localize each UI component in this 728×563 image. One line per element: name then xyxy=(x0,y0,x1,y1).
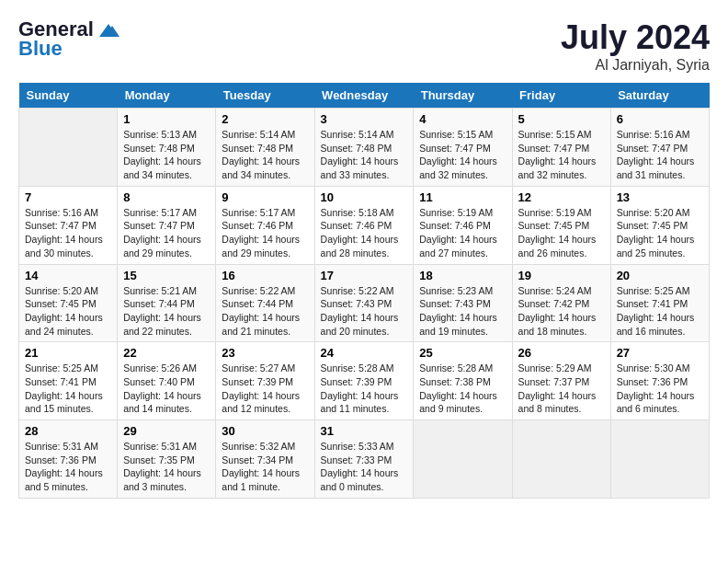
calendar-cell: 12Sunrise: 5:19 AM Sunset: 7:45 PM Dayli… xyxy=(512,186,610,264)
day-number: 30 xyxy=(222,424,308,438)
calendar-week-row: 1Sunrise: 5:13 AM Sunset: 7:48 PM Daylig… xyxy=(19,109,710,187)
col-header-sunday: Sunday xyxy=(19,83,118,109)
calendar-cell: 6Sunrise: 5:16 AM Sunset: 7:47 PM Daylig… xyxy=(610,109,709,187)
day-info: Sunrise: 5:17 AM Sunset: 7:47 PM Dayligh… xyxy=(123,206,210,260)
day-number: 19 xyxy=(518,269,605,282)
col-header-saturday: Saturday xyxy=(610,83,709,109)
day-info: Sunrise: 5:31 AM Sunset: 7:35 PM Dayligh… xyxy=(123,440,210,494)
day-info: Sunrise: 5:14 AM Sunset: 7:48 PM Dayligh… xyxy=(222,128,308,182)
day-info: Sunrise: 5:31 AM Sunset: 7:36 PM Dayligh… xyxy=(25,440,111,494)
calendar-cell: 10Sunrise: 5:18 AM Sunset: 7:46 PM Dayli… xyxy=(314,186,414,264)
calendar-cell xyxy=(512,420,610,499)
month-year: July 2024 xyxy=(561,18,710,57)
calendar-cell: 29Sunrise: 5:31 AM Sunset: 7:35 PM Dayli… xyxy=(118,420,216,499)
col-header-tuesday: Tuesday xyxy=(216,83,314,109)
logo: General Blue xyxy=(18,18,123,61)
day-number: 27 xyxy=(617,346,703,360)
day-number: 31 xyxy=(321,424,408,438)
day-info: Sunrise: 5:19 AM Sunset: 7:46 PM Dayligh… xyxy=(419,206,506,260)
day-info: Sunrise: 5:28 AM Sunset: 7:38 PM Dayligh… xyxy=(419,362,506,416)
calendar-header-row: SundayMondayTuesdayWednesdayThursdayFrid… xyxy=(19,83,710,109)
day-number: 2 xyxy=(222,112,308,126)
day-info: Sunrise: 5:20 AM Sunset: 7:45 PM Dayligh… xyxy=(617,206,703,260)
day-number: 24 xyxy=(321,346,408,360)
col-header-monday: Monday xyxy=(118,83,216,109)
calendar-cell: 18Sunrise: 5:23 AM Sunset: 7:43 PM Dayli… xyxy=(414,264,512,342)
day-info: Sunrise: 5:25 AM Sunset: 7:41 PM Dayligh… xyxy=(25,362,111,416)
calendar-cell: 27Sunrise: 5:30 AM Sunset: 7:36 PM Dayli… xyxy=(610,342,709,420)
day-number: 22 xyxy=(123,346,210,360)
calendar-cell: 31Sunrise: 5:33 AM Sunset: 7:33 PM Dayli… xyxy=(314,420,414,499)
day-info: Sunrise: 5:15 AM Sunset: 7:47 PM Dayligh… xyxy=(419,128,506,182)
day-info: Sunrise: 5:21 AM Sunset: 7:44 PM Dayligh… xyxy=(123,284,210,339)
day-number: 10 xyxy=(321,190,408,204)
calendar-cell: 17Sunrise: 5:22 AM Sunset: 7:43 PM Dayli… xyxy=(314,264,414,342)
day-number: 16 xyxy=(222,269,308,282)
col-header-thursday: Thursday xyxy=(414,83,512,109)
calendar-cell: 4Sunrise: 5:15 AM Sunset: 7:47 PM Daylig… xyxy=(414,109,512,187)
calendar-cell: 14Sunrise: 5:20 AM Sunset: 7:45 PM Dayli… xyxy=(19,264,118,342)
calendar-cell: 30Sunrise: 5:32 AM Sunset: 7:34 PM Dayli… xyxy=(216,420,314,499)
day-number: 23 xyxy=(222,346,308,360)
calendar-cell: 13Sunrise: 5:20 AM Sunset: 7:45 PM Dayli… xyxy=(610,186,709,264)
day-info: Sunrise: 5:30 AM Sunset: 7:36 PM Dayligh… xyxy=(617,362,703,416)
day-number: 25 xyxy=(419,346,506,360)
calendar-cell: 28Sunrise: 5:31 AM Sunset: 7:36 PM Dayli… xyxy=(19,420,118,499)
calendar-cell: 15Sunrise: 5:21 AM Sunset: 7:44 PM Dayli… xyxy=(118,264,216,342)
day-number: 8 xyxy=(123,190,210,204)
day-number: 11 xyxy=(419,190,506,204)
day-info: Sunrise: 5:15 AM Sunset: 7:47 PM Dayligh… xyxy=(518,128,605,182)
day-info: Sunrise: 5:22 AM Sunset: 7:43 PM Dayligh… xyxy=(321,284,408,339)
calendar-cell: 20Sunrise: 5:25 AM Sunset: 7:41 PM Dayli… xyxy=(610,264,709,342)
calendar-cell: 21Sunrise: 5:25 AM Sunset: 7:41 PM Dayli… xyxy=(19,342,118,420)
day-info: Sunrise: 5:16 AM Sunset: 7:47 PM Dayligh… xyxy=(25,206,111,260)
day-info: Sunrise: 5:27 AM Sunset: 7:39 PM Dayligh… xyxy=(222,362,308,416)
day-number: 7 xyxy=(25,190,111,204)
day-info: Sunrise: 5:24 AM Sunset: 7:42 PM Dayligh… xyxy=(518,284,605,339)
day-number: 26 xyxy=(518,346,605,360)
day-number: 3 xyxy=(321,112,408,126)
logo-icon xyxy=(96,20,121,40)
day-number: 4 xyxy=(419,112,506,126)
calendar-cell: 24Sunrise: 5:28 AM Sunset: 7:39 PM Dayli… xyxy=(314,342,414,420)
calendar-week-row: 28Sunrise: 5:31 AM Sunset: 7:36 PM Dayli… xyxy=(19,420,710,499)
page-header: General Blue July 2024 Al Jarniyah, Syri… xyxy=(18,18,710,74)
day-number: 21 xyxy=(25,346,111,360)
day-number: 13 xyxy=(617,190,703,204)
day-number: 5 xyxy=(518,112,605,126)
day-info: Sunrise: 5:20 AM Sunset: 7:45 PM Dayligh… xyxy=(25,284,111,339)
day-number: 9 xyxy=(222,190,308,204)
calendar-week-row: 21Sunrise: 5:25 AM Sunset: 7:41 PM Dayli… xyxy=(19,342,710,420)
day-info: Sunrise: 5:23 AM Sunset: 7:43 PM Dayligh… xyxy=(419,284,506,339)
day-number: 1 xyxy=(123,112,210,126)
day-info: Sunrise: 5:32 AM Sunset: 7:34 PM Dayligh… xyxy=(222,440,308,494)
day-info: Sunrise: 5:22 AM Sunset: 7:44 PM Dayligh… xyxy=(222,284,308,339)
calendar-table: SundayMondayTuesdayWednesdayThursdayFrid… xyxy=(18,83,710,499)
calendar-week-row: 14Sunrise: 5:20 AM Sunset: 7:45 PM Dayli… xyxy=(19,264,710,342)
day-number: 28 xyxy=(25,424,111,438)
calendar-cell: 1Sunrise: 5:13 AM Sunset: 7:48 PM Daylig… xyxy=(118,109,216,187)
day-number: 14 xyxy=(25,269,111,282)
day-info: Sunrise: 5:18 AM Sunset: 7:46 PM Dayligh… xyxy=(321,206,408,260)
calendar-cell: 19Sunrise: 5:24 AM Sunset: 7:42 PM Dayli… xyxy=(512,264,610,342)
calendar-cell: 9Sunrise: 5:17 AM Sunset: 7:46 PM Daylig… xyxy=(216,186,314,264)
day-info: Sunrise: 5:33 AM Sunset: 7:33 PM Dayligh… xyxy=(321,440,408,494)
day-info: Sunrise: 5:17 AM Sunset: 7:46 PM Dayligh… xyxy=(222,206,308,260)
calendar-cell: 2Sunrise: 5:14 AM Sunset: 7:48 PM Daylig… xyxy=(216,109,314,187)
day-number: 20 xyxy=(617,269,703,282)
calendar-cell: 16Sunrise: 5:22 AM Sunset: 7:44 PM Dayli… xyxy=(216,264,314,342)
calendar-cell: 11Sunrise: 5:19 AM Sunset: 7:46 PM Dayli… xyxy=(414,186,512,264)
calendar-cell: 8Sunrise: 5:17 AM Sunset: 7:47 PM Daylig… xyxy=(118,186,216,264)
day-number: 18 xyxy=(419,269,506,282)
calendar-cell: 5Sunrise: 5:15 AM Sunset: 7:47 PM Daylig… xyxy=(512,109,610,187)
day-number: 29 xyxy=(123,424,210,438)
calendar-cell: 25Sunrise: 5:28 AM Sunset: 7:38 PM Dayli… xyxy=(414,342,512,420)
calendar-cell xyxy=(610,420,709,499)
location: Al Jarniyah, Syria xyxy=(561,57,710,74)
day-number: 15 xyxy=(123,269,210,282)
col-header-friday: Friday xyxy=(512,83,610,109)
day-info: Sunrise: 5:26 AM Sunset: 7:40 PM Dayligh… xyxy=(123,362,210,416)
day-info: Sunrise: 5:25 AM Sunset: 7:41 PM Dayligh… xyxy=(617,284,703,339)
calendar-week-row: 7Sunrise: 5:16 AM Sunset: 7:47 PM Daylig… xyxy=(19,186,710,264)
day-info: Sunrise: 5:13 AM Sunset: 7:48 PM Dayligh… xyxy=(123,128,210,182)
